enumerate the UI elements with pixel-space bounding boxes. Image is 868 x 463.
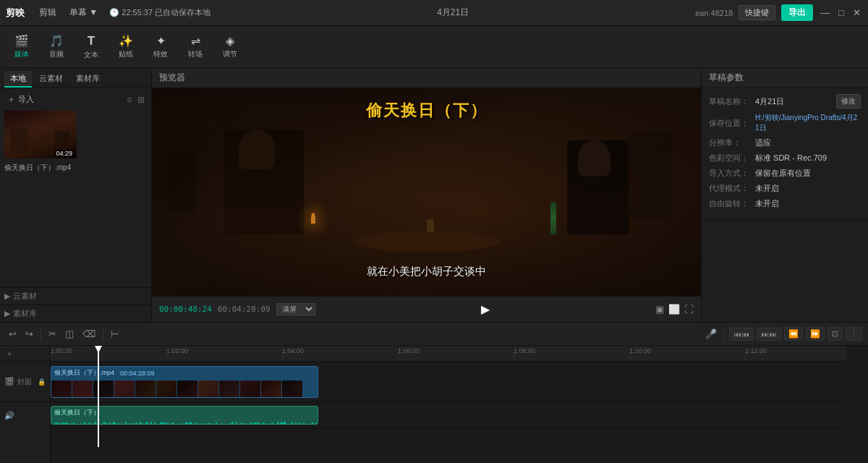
prop-import-value: 保留在原有位置 — [755, 168, 861, 179]
media-thumbnail[interactable]: 04:29 — [4, 111, 77, 158]
assets-label: 素材库 — [13, 308, 37, 319]
assets-section[interactable]: ▶ 素材库 — [0, 305, 151, 322]
play-button[interactable]: ▶ — [321, 302, 650, 316]
waveform-bar — [229, 424, 230, 425]
prev-cut-btn[interactable]: ⏪ — [784, 327, 803, 341]
tool-audio[interactable]: 🎵 音频 — [41, 31, 72, 62]
tool-transitions[interactable]: ⇌ 转场 — [179, 31, 211, 62]
waveform-bar — [124, 424, 125, 425]
import-button[interactable]: ＋ 导入 — [4, 93, 37, 106]
split-button[interactable]: ✂ — [46, 327, 59, 341]
prop-res-label: 分辨率： — [709, 137, 752, 148]
tool-filters[interactable]: ◈ 调节 — [214, 31, 246, 62]
waveform-bar — [77, 424, 78, 425]
preview-area[interactable]: 偷天换日（下） 就在小美把小胡子交谈中 — [152, 88, 701, 296]
tab-assets[interactable]: 素材库 — [70, 71, 106, 88]
mic-button[interactable]: 🎤 — [702, 327, 720, 341]
audio-track-icon: 🔊 — [4, 411, 14, 420]
date-label: 4月21日 — [215, 7, 691, 19]
effects-icon: ✦ — [156, 34, 166, 48]
waveform-bar — [295, 422, 297, 425]
candle-light — [311, 213, 315, 224]
prev-frame-btn[interactable]: ⏮⏮ — [729, 328, 754, 341]
menu-mode[interactable]: 单幕 ▼ — [65, 5, 102, 20]
cloud-section[interactable]: ▶ 云素材 — [0, 287, 151, 305]
waveform-bar — [263, 422, 264, 425]
sticker-icon: ✨ — [119, 34, 133, 48]
grid-view-btn[interactable]: ⊞ — [135, 94, 147, 106]
ruler-line-2 — [282, 353, 283, 361]
frame4 — [114, 381, 135, 398]
ruler-line-0 — [51, 353, 51, 361]
ruler-mark-6: 1:12:00 — [745, 346, 767, 354]
top-right-area: ean 48218 快捷键 导出 — □ ✕ — [695, 4, 862, 21]
redo-button[interactable]: ↪ — [22, 327, 36, 341]
prop-path-value[interactable]: H:/剪映/JianyingPro Drafts/4月21日 — [755, 113, 861, 133]
next-cut-btn[interactable]: ⏩ — [806, 327, 825, 341]
aspect-ratio-btn[interactable]: ▣ — [655, 304, 664, 315]
waveform-bar — [315, 422, 317, 425]
more-options-btn[interactable]: ⋮ — [846, 327, 862, 341]
toolbar-divider2 — [103, 328, 103, 340]
ruler-mark-3: 1:06:00 — [398, 346, 420, 354]
waveform-bar — [232, 422, 234, 425]
audio-clip[interactable]: 偷天换日（下） — [51, 406, 318, 425]
toolbar-divider1 — [41, 328, 41, 340]
waveform-bar — [252, 423, 253, 425]
edit-button[interactable]: 修改 — [836, 94, 861, 109]
delete-button[interactable]: ⌫ — [80, 327, 98, 341]
tool-sticker[interactable]: ✨ 贴纸 — [110, 31, 142, 62]
maximize-button[interactable]: □ — [837, 6, 846, 20]
undo-button[interactable]: ↩ — [6, 327, 20, 341]
waveform-bar — [306, 424, 307, 425]
waveform-bar — [313, 424, 315, 425]
media-icon: 🎬 — [14, 34, 29, 48]
prop-proxy-label: 代理模式： — [709, 183, 752, 194]
waveform-bar — [129, 423, 130, 425]
screenshot-btn[interactable]: ⬜ — [668, 304, 680, 315]
audio-clip-label: 偷天换日（下） — [51, 407, 103, 417]
fullscreen-btn[interactable]: ⛶ — [684, 304, 694, 315]
figure-main-left — [224, 129, 304, 234]
tool-text[interactable]: T 文本 — [75, 31, 107, 63]
import-plus-icon: ＋ — [7, 94, 15, 105]
tool-media[interactable]: 🎬 媒体 — [6, 31, 38, 62]
frame8 — [198, 381, 218, 398]
tab-local[interactable]: 本地 — [4, 71, 32, 88]
zoom-fit-btn[interactable]: ⊡ — [827, 327, 843, 341]
waveform-bar — [248, 424, 250, 425]
cut-button[interactable]: ◫ — [62, 327, 77, 341]
right-panel: 草稿参数 草稿名称： 4月21日 修改 保存位置： H:/剪映/Jianying… — [702, 68, 868, 322]
close-button[interactable]: ✕ — [851, 6, 862, 20]
restaurant-table — [354, 231, 499, 252]
media-filename: 偷天换日（下）.mp4 — [4, 163, 77, 173]
waveform-bar — [226, 424, 228, 425]
add-track-btn[interactable]: ＋ — [3, 347, 16, 360]
timeline-tracks-area[interactable]: 1:00:00 1:02:00 1:04:00 1:06:00 1:08:00 … — [51, 346, 868, 463]
tab-cloud[interactable]: 云素材 — [33, 71, 69, 88]
waveform-bar — [95, 422, 96, 425]
waveform-bar — [212, 424, 213, 425]
waveform-bar — [69, 424, 71, 425]
waveform-bar — [216, 422, 217, 425]
split-btn2[interactable]: ⊢ — [108, 327, 122, 341]
menu-edit[interactable]: 剪辑 — [35, 5, 61, 20]
prop-import-label: 导入方式： — [709, 168, 752, 179]
video-clip[interactable]: 偷天换日（下）.mp4 00:04:28:09 — [51, 366, 318, 398]
waveform-bar — [270, 423, 271, 425]
frame6 — [156, 381, 176, 398]
tool-effects[interactable]: ✦ 特效 — [145, 31, 176, 62]
minimize-button[interactable]: — — [819, 6, 831, 20]
zoom-select[interactable]: 满屏 50% 100% — [276, 303, 315, 315]
filters-label: 调节 — [223, 49, 237, 59]
head-left — [239, 129, 275, 169]
current-time: 00:00:48:24 — [159, 305, 212, 314]
waveform-bar — [154, 422, 156, 425]
timeline-content: ＋ 🎬 封面 🔒 🔊 1:00:00 1:02:00 1:04:00 — [0, 346, 868, 463]
waveform-bar — [142, 423, 143, 425]
export-button[interactable]: 导出 — [781, 4, 813, 21]
waveform-bar — [183, 423, 184, 425]
quickkey-button[interactable]: 快捷键 — [739, 5, 775, 20]
next-frame-btn[interactable]: ⏭⏭ — [757, 328, 781, 341]
list-view-btn[interactable]: ≡ — [124, 94, 134, 106]
